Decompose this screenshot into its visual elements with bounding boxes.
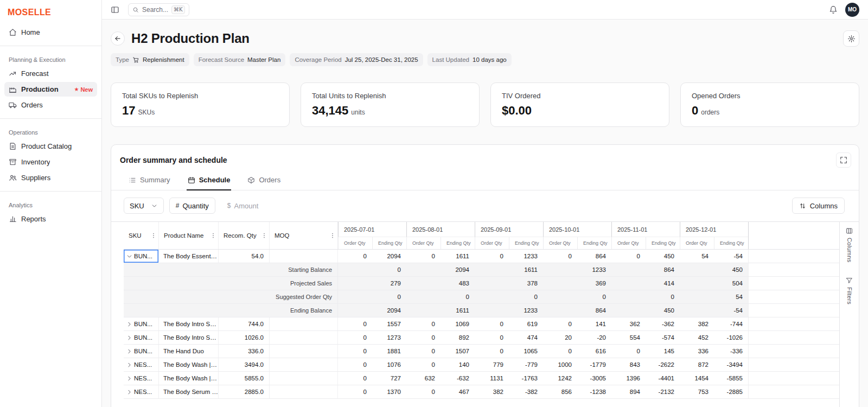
sidebar-item-suppliers[interactable]: Suppliers [4,170,97,185]
group-by-select[interactable]: SKU [124,198,164,214]
search-input[interactable]: Search... ⌘K [128,3,189,16]
sidebar-item-product-catalog[interactable]: Product Catalog [4,139,97,154]
sidebar-item-orders[interactable]: Orders [4,98,97,112]
tab-summary[interactable]: Summary [127,171,171,190]
detail-value: 0 [406,290,475,303]
qty-cell: 382 [680,317,714,330]
qty-cell: -574 [646,331,680,344]
hash-icon: # [176,202,180,209]
settings-button[interactable] [843,30,859,47]
detail-value: 864 [611,263,680,276]
qty-cell: 892 [441,331,475,344]
moq-cell [270,345,338,358]
column-header-recom-qty[interactable]: Recom. Qty [219,222,270,249]
meta-chip-forecast-source: Forecast SourceMaster Plan [194,53,286,66]
detail-value: 450 [680,263,748,276]
dots-vertical-icon [329,232,336,239]
sku-cell[interactable]: NES... [124,372,159,385]
sidebar-item-inventory[interactable]: Inventory [4,155,97,169]
table-row[interactable]: BUN...The Body Intro Set ...744.00155701… [124,317,839,331]
column-header-moq[interactable]: MOQ [270,222,338,249]
table-row[interactable]: BUN...The Body Intro Set ...1026.0012730… [124,331,839,345]
expand-button[interactable] [836,152,851,168]
month-header: 2025-09-01 [475,222,543,237]
columns-label: Columns [810,202,838,210]
stat-card-tiv-ordered: TIV Ordered$0.00 [490,82,669,127]
qty-cell: -336 [714,345,748,358]
sidebar-item-forecast[interactable]: Forecast [4,66,97,81]
meta-chip-label: Coverage Period [295,56,341,63]
meta-chip-label: Forecast Source [199,56,244,63]
qty-cell: 0 [475,317,509,330]
moq-cell [270,250,338,263]
month-header: 2025-07-01 [338,222,406,237]
tab-orders[interactable]: Orders [246,171,282,190]
schedule-table: SKUProduct NameRecom. QtyMOQ2025-07-0120… [124,222,839,399]
table-row[interactable]: BUN...The Hand Duo336.001881015070106506… [124,345,839,358]
moq-cell [270,372,338,385]
sidebar-section: ForecastProduction★NewOrders [0,65,101,113]
month-header: 2025-12-01 [680,222,748,237]
table-row[interactable]: NES...The Body Wash | M...5855.00727632-… [124,372,839,385]
moq-cell [270,385,338,398]
tab-schedule[interactable]: Schedule [187,171,232,190]
stat-label: Total SKUs to Replenish [122,92,278,100]
amount-toggle[interactable]: $ Amount [221,198,265,214]
sidebar-toggle-button[interactable] [111,5,119,14]
detail-value: 1611 [475,263,543,276]
page-title: H2 Production Plan [131,31,250,46]
side-strip: ColumnsFilters [839,222,859,407]
qty-cell: 864 [577,250,611,263]
qty-cell: 467 [441,385,475,398]
avatar[interactable]: MO [845,3,859,17]
gear-icon [847,35,856,43]
sku-cell[interactable]: BUN... [124,331,159,344]
maximize-icon [840,156,847,164]
table-row[interactable]: BUN...The Body Essentials54.002094016110… [124,250,839,263]
qty-cell: 0 [611,250,646,263]
row-spacer [748,385,839,398]
qty-cell: -1026 [714,331,748,344]
chevron-right-icon [126,321,133,328]
side-tab-label: Columns [846,238,853,263]
sidebar: MOSELLE HomePlanning & ExecutionForecast… [0,0,102,407]
qty-cell: 0 [543,250,577,263]
side-tab-columns[interactable]: Columns [846,227,853,263]
detail-label: Projected Sales [159,277,338,290]
main-column: Search... ⌘K MO H2 Production Plan [102,0,868,407]
sidebar-item-label: Orders [21,101,43,109]
qty-cell: 0 [611,345,646,358]
sku-cell[interactable]: BUN... [124,345,159,358]
columns-button[interactable]: Columns [792,198,845,214]
table-row[interactable]: NES...The Body Wash | M...3494.001076014… [124,358,839,372]
meta-chip-value: Replenishment [143,56,184,63]
table-controls: SKU # Quantity $ Amount Columns [111,190,859,221]
subcolumn-header: Order Qty [406,237,441,249]
table-row[interactable]: NES...The Body Serum | ...2885.001370046… [124,385,839,399]
sidebar-item-reports[interactable]: Reports [4,212,97,226]
panel-tabs: SummaryScheduleOrders [111,171,859,190]
side-tab-filters[interactable]: Filters [846,277,853,304]
back-button[interactable] [111,31,125,46]
sku-cell[interactable]: BUN... [124,250,159,263]
notifications-button[interactable] [829,5,838,14]
sku-cell[interactable]: BUN... [124,317,159,330]
qty-cell: -3494 [714,358,748,371]
qty-cell: 843 [611,358,646,371]
sku-cell[interactable]: NES... [124,385,159,398]
title-row: H2 Production Plan [111,30,859,47]
product-cell: The Body Intro Set ... [159,317,219,330]
side-tab-label: Filters [846,287,853,304]
column-header-sku[interactable]: SKU [124,222,159,249]
quantity-toggle[interactable]: # Quantity [169,198,215,214]
sku-value: NES... [134,375,152,381]
recom-qty-cell: 5855.0 [219,372,270,385]
sku-cell[interactable]: NES... [124,358,159,371]
detail-value: 2094 [406,263,475,276]
sidebar-item-home[interactable]: Home [4,25,97,40]
column-header-product-name[interactable]: Product Name [159,222,219,249]
sidebar-item-production[interactable]: Production★New [4,82,97,97]
detail-value: 378 [475,277,543,290]
detail-label: Starting Balance [159,263,338,276]
qty-cell: 0 [406,331,441,344]
